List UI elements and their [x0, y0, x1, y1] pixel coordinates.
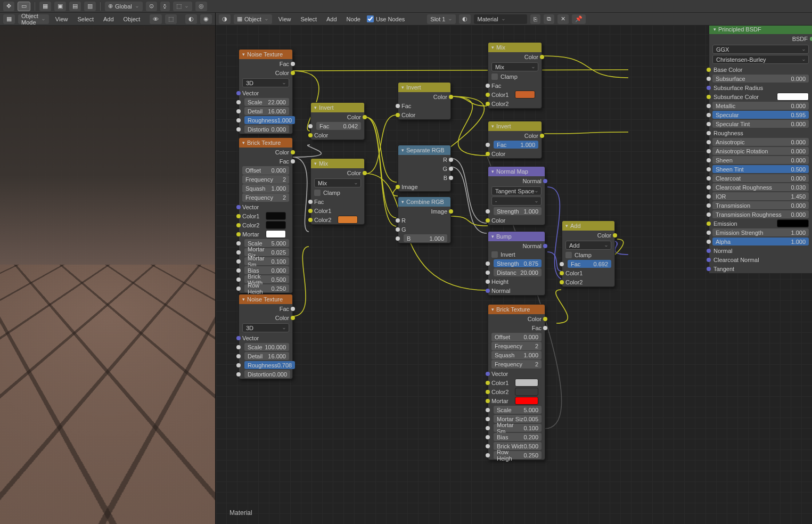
prop-emission-strength[interactable]: Emission Strength1.000 — [712, 228, 809, 236]
node-editor[interactable]: ◑ ▦ Object View Select Add Node Use Node… — [216, 13, 812, 524]
new-material-icon[interactable]: ⎘ — [530, 14, 540, 24]
prop-scale[interactable]: Scale100.000 — [244, 343, 289, 351]
node-header[interactable]: Add — [562, 221, 614, 231]
prop-row-height[interactable]: Row Heigh0.250 — [494, 451, 542, 459]
snap-icon[interactable]: ▦ — [39, 2, 51, 11]
prop-scale[interactable]: Scale5.000 — [494, 406, 542, 414]
prop-sheen-tint[interactable]: Sheen Tint0.500 — [712, 165, 809, 173]
menu-select[interactable]: Select — [74, 15, 97, 23]
ne-menu-select[interactable]: Select — [297, 15, 320, 23]
node-header[interactable]: Brick Texture — [488, 305, 545, 314]
prop-clearcoat-roughness[interactable]: Clearcoat Roughness0.030 — [712, 183, 809, 191]
prop-fac[interactable]: Fac0.042 — [316, 122, 361, 130]
dropdown-blend[interactable]: Add — [565, 241, 611, 250]
use-nodes-checkbox[interactable]: Use Nodes — [367, 15, 405, 22]
checkbox-clamp[interactable]: Clamp — [488, 72, 542, 81]
shader-type-dropdown[interactable]: ▦ Object — [234, 14, 272, 24]
prop-specular[interactable]: Specular0.595 — [712, 111, 809, 119]
menu-add[interactable]: Add — [100, 15, 117, 23]
material-name-field[interactable]: Material — [474, 14, 527, 24]
node-header[interactable]: Combine RGB — [398, 197, 450, 207]
dropdown-dimension[interactable]: 3D — [242, 323, 289, 332]
select-tool-icon[interactable]: ▭ — [18, 2, 30, 11]
dropdown-space[interactable]: Tangent Space — [491, 186, 542, 195]
slot-dropdown[interactable]: Slot 1 — [427, 14, 456, 24]
prop-distance[interactable]: Distanc20.000 — [494, 268, 542, 276]
node-brick-texture-2[interactable]: Brick Texture Color Fac Offset0.000 Freq… — [488, 304, 545, 460]
node-header[interactable]: Mix — [311, 159, 364, 168]
prop-subsurface[interactable]: Subsurface0.000 — [712, 75, 809, 83]
prop-strength[interactable]: Strength0.875 — [494, 259, 542, 267]
xray-icon[interactable]: ⬚ — [165, 14, 177, 24]
prop-distortion[interactable]: Distortion0.000 — [244, 370, 290, 378]
editor-type2-icon[interactable]: ◑ — [219, 14, 231, 24]
orientation-dropdown[interactable]: ⊕ Global — [105, 2, 143, 11]
node-combine-rgb[interactable]: Combine RGB Image R G B1.000 — [398, 196, 451, 243]
prop-detail[interactable]: Detail16.000 — [244, 352, 289, 360]
prop-squash[interactable]: Squash1.000 — [242, 184, 289, 193]
emission-swatch[interactable] — [777, 219, 809, 227]
prop-alpha[interactable]: Alpha1.000 — [712, 238, 809, 245]
dropdown-uvmap[interactable]: · — [491, 196, 542, 206]
prop-ior[interactable]: IOR1.450 — [712, 192, 809, 200]
snap2-icon[interactable]: ▣ — [54, 2, 66, 11]
ne-menu-add[interactable]: Add — [323, 15, 340, 23]
material-browse-icon[interactable]: ◐ — [459, 14, 471, 24]
pin-icon[interactable]: 📌 — [572, 14, 586, 24]
node-noise-texture-1[interactable]: Noise Texture Fac Color 3D Vector Scale2… — [239, 49, 293, 134]
prop-offset[interactable]: Offset0.000 — [491, 333, 542, 341]
prop-frequency[interactable]: Frequency2 — [491, 342, 542, 350]
magnet-icon[interactable]: ⧲ — [160, 2, 170, 11]
prop-mortar-smooth[interactable]: Mortar Sm0.100 — [244, 257, 289, 265]
prop-edit-icon[interactable]: ◎ — [195, 2, 207, 11]
prop-frequency[interactable]: Frequency2 — [242, 175, 289, 184]
prop-fac[interactable]: Fac1.000 — [494, 141, 538, 149]
node-invert-2[interactable]: Invert Color Fac Color — [398, 82, 451, 120]
node-separate-rgb[interactable]: Separate RGB R G B Image — [398, 145, 451, 192]
prop-anisotropic[interactable]: Anisotropic0.000 — [712, 138, 809, 146]
prop-scale[interactable]: Scale22.000 — [244, 98, 289, 106]
prop-sheen[interactable]: Sheen0.000 — [712, 156, 809, 164]
prop-distortion[interactable]: Distortio0.000 — [244, 125, 289, 133]
checkbox-invert[interactable]: Invert — [488, 250, 545, 259]
node-noise-texture-2[interactable]: Noise Texture Fac Color 3D Vector Scale1… — [239, 294, 293, 379]
prop-offset[interactable]: Offset0.000 — [242, 166, 289, 175]
prop-specular-tint[interactable]: Specular Tint0.000 — [712, 120, 809, 128]
node-normal-map[interactable]: Normal Map Normal Tangent Space · Streng… — [488, 166, 545, 225]
prop-detail[interactable]: Detail16.000 — [244, 107, 289, 115]
node-brick-texture-1[interactable]: Brick Texture Color Fac Offset0.000 Freq… — [239, 137, 293, 293]
node-header[interactable]: Noise Texture — [239, 294, 292, 304]
node-invert-3[interactable]: Invert Color Fac1.000 Color — [488, 121, 542, 159]
snap3-icon[interactable]: ▤ — [69, 2, 81, 11]
prop-transmission-roughness[interactable]: Transmission Roughness0.000 — [712, 210, 809, 218]
checkbox-clamp[interactable]: Clamp — [311, 189, 364, 197]
prop-bias[interactable]: Bias0.200 — [494, 433, 542, 441]
node-invert-1[interactable]: Invert Color Fac0.042 Color — [310, 102, 365, 140]
dropdown-blend[interactable]: Mix — [491, 62, 538, 71]
ne-menu-node[interactable]: Node — [343, 15, 364, 23]
prop-frequency2[interactable]: Frequency2 — [242, 193, 289, 202]
node-header[interactable]: Invert — [311, 103, 364, 112]
node-principled-bsdf[interactable]: Principled BSDF BSDF GGX Christensen-Bur… — [709, 24, 812, 273]
menu-view[interactable]: View — [52, 15, 71, 23]
prop-squash[interactable]: Squash1.000 — [491, 351, 542, 359]
prop-roughness[interactable]: Roughness1.000 — [244, 116, 295, 124]
shading-icon[interactable]: ◐ — [185, 14, 197, 24]
color1-swatch[interactable] — [515, 91, 535, 99]
pivot-icon[interactable]: ⊙ — [146, 2, 157, 11]
node-header[interactable]: Brick Texture — [239, 138, 292, 148]
snap-mode-dropdown[interactable]: ⬚ — [173, 2, 192, 11]
overlays-icon[interactable]: 👁 — [150, 14, 162, 24]
dropdown-dimension[interactable]: 3D — [242, 78, 289, 87]
node-header[interactable]: Separate RGB — [398, 145, 450, 155]
dropdown-blend[interactable]: Mix — [314, 178, 361, 187]
node-header[interactable]: Noise Texture — [239, 50, 292, 59]
color2-swatch[interactable] — [266, 221, 286, 229]
snap4-icon[interactable]: ▥ — [84, 2, 96, 11]
prop-transmission[interactable]: Transmission0.000 — [712, 201, 809, 209]
mode-dropdown[interactable]: Object Mode — [18, 14, 49, 24]
prop-roughness[interactable]: Roughness0.708 — [244, 361, 295, 369]
node-mix-add[interactable]: Add Color Add Clamp Fac0.692 Color1 Colo… — [562, 220, 615, 287]
del-material-icon[interactable]: ✕ — [557, 14, 569, 24]
mortar-swatch[interactable] — [266, 230, 286, 238]
